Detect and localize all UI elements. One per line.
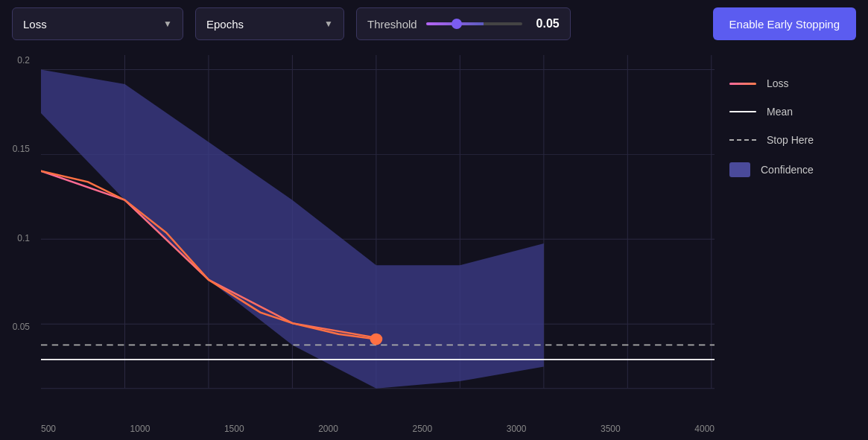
legend-mean-icon: [729, 111, 756, 112]
legend-confidence: Confidence: [729, 162, 849, 177]
x-label-1500: 1500: [224, 424, 244, 434]
x-label-500: 500: [41, 424, 56, 434]
threshold-control: Threshold 0.05: [356, 7, 571, 40]
epochs-dropdown-label: Epochs: [206, 18, 244, 31]
header: Loss ▼ Epochs ▼ Threshold 0.05 Enable Ea…: [0, 0, 868, 48]
legend-confidence-icon: [729, 162, 750, 177]
legend-stop: Stop Here: [729, 134, 849, 146]
legend-loss-icon: [729, 83, 756, 85]
legend-confidence-label: Confidence: [761, 164, 814, 176]
enable-early-stopping-button[interactable]: Enable Early Stopping: [713, 7, 856, 40]
x-label-3000: 3000: [507, 424, 527, 434]
x-label-3500: 3500: [601, 424, 621, 434]
threshold-slider[interactable]: [426, 22, 522, 25]
loss-dropdown-label: Loss: [23, 18, 47, 31]
chevron-down-icon: ▼: [324, 19, 333, 29]
legend: Loss Mean Stop Here Confidence: [722, 48, 856, 440]
x-label-2500: 2500: [412, 424, 432, 434]
chart-area: 0.2 0.15 0.1 0.05: [0, 48, 868, 440]
loss-dropdown[interactable]: Loss ▼: [12, 7, 183, 40]
x-label-4000: 4000: [694, 424, 715, 434]
x-label-1000: 1000: [130, 424, 151, 434]
legend-mean-label: Mean: [767, 106, 793, 118]
legend-mean: Mean: [729, 106, 849, 118]
stop-point: [370, 334, 382, 345]
epochs-dropdown[interactable]: Epochs ▼: [195, 7, 344, 40]
legend-stop-label: Stop Here: [767, 134, 814, 146]
y-label-015: 0.15: [13, 144, 30, 154]
chevron-down-icon: ▼: [163, 19, 172, 29]
x-axis-labels: 500 1000 1500 2000 2500 3000 3500 4000: [41, 424, 715, 434]
y-label-005: 0.05: [13, 322, 30, 332]
threshold-label: Threshold: [367, 18, 417, 31]
x-label-2000: 2000: [318, 424, 338, 434]
legend-stop-icon: [729, 139, 756, 141]
y-label-02: 0.2: [17, 55, 30, 66]
y-axis-labels: 0.2 0.15 0.1 0.05: [0, 55, 36, 410]
chart-svg: [41, 55, 715, 410]
legend-loss-label: Loss: [767, 77, 789, 89]
threshold-value: 0.05: [531, 17, 560, 31]
chart-wrapper: 0.2 0.15 0.1 0.05: [0, 48, 722, 440]
y-label-01: 0.1: [17, 233, 30, 243]
legend-loss: Loss: [729, 77, 849, 89]
